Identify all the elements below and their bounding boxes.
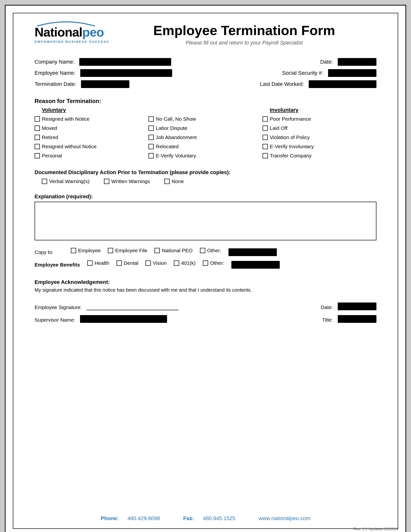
date-value[interactable] bbox=[338, 58, 376, 66]
cb-moved-label: Moved bbox=[42, 125, 57, 131]
last-date-worked-value[interactable] bbox=[309, 80, 376, 88]
checkbox-no-call-icon[interactable] bbox=[149, 116, 154, 122]
sig-date-label: Date: bbox=[321, 304, 333, 310]
form-subtitle: Please fill out and return to your Payro… bbox=[112, 40, 376, 46]
cb-resigned-notice[interactable]: Resigned with Notice bbox=[35, 116, 149, 122]
checkbox-personal-icon[interactable] bbox=[35, 153, 40, 158]
checkbox-poor-performance-icon[interactable] bbox=[262, 116, 268, 122]
checkbox-job-abandonment-icon[interactable] bbox=[149, 135, 154, 140]
checkbox-employee-icon[interactable] bbox=[71, 248, 76, 253]
checkbox-resigned-notice-icon[interactable] bbox=[35, 116, 40, 122]
checkbox-national-peo-icon[interactable] bbox=[154, 248, 160, 253]
explanation-section: Explanation (required): bbox=[35, 193, 376, 240]
cb-poor-performance-label: Poor Performance bbox=[270, 116, 311, 122]
cb-benefits-other[interactable]: Other: bbox=[203, 260, 224, 266]
supervisor-value[interactable] bbox=[80, 315, 167, 323]
cb-relocated[interactable]: Relocated bbox=[149, 144, 262, 150]
title-value[interactable] bbox=[338, 315, 376, 323]
cb-health[interactable]: Health bbox=[87, 260, 109, 266]
cb-transfer-label: Transfer Company bbox=[270, 153, 312, 159]
cb-retired[interactable]: Retired bbox=[35, 134, 149, 140]
cb-401k-label: 401(k) bbox=[181, 260, 196, 266]
benefits-other-value[interactable] bbox=[231, 261, 280, 269]
checkbox-dental-icon[interactable] bbox=[117, 260, 122, 266]
cb-verbal-warning[interactable]: Verbal Warning(s) bbox=[42, 179, 89, 184]
checkbox-retired-icon[interactable] bbox=[35, 135, 40, 140]
cb-personal[interactable]: Personal bbox=[35, 153, 149, 159]
cb-job-abandonment[interactable]: Job Abandonment bbox=[149, 134, 262, 140]
checkbox-labor-dispute-icon[interactable] bbox=[149, 125, 154, 131]
checkbox-employee-file-icon[interactable] bbox=[108, 248, 113, 253]
cb-copy-other-label: Other: bbox=[207, 248, 221, 253]
checkbox-moved-icon[interactable] bbox=[35, 125, 40, 131]
cb-no-call[interactable]: No Call, No Show bbox=[149, 116, 262, 122]
checkbox-health-icon[interactable] bbox=[87, 260, 93, 266]
cb-labor-dispute[interactable]: Labor Dispute bbox=[149, 125, 262, 131]
cb-vision[interactable]: Vision bbox=[146, 260, 167, 266]
cb-everify-inv[interactable]: E-Verify Involuntary bbox=[262, 144, 376, 150]
checkbox-verbal-icon[interactable] bbox=[42, 179, 47, 184]
checkbox-benefits-other-icon[interactable] bbox=[203, 260, 208, 266]
explanation-label: Explanation (required): bbox=[35, 193, 376, 200]
ack-text: My signature indicated that this notice … bbox=[35, 287, 376, 293]
cb-health-label: Health bbox=[94, 260, 109, 266]
employee-sig-line[interactable] bbox=[86, 304, 178, 310]
employee-sig-row: Employee Signature: Date: bbox=[35, 303, 376, 310]
fax-label: Fax: bbox=[183, 515, 194, 521]
checkbox-401k-icon[interactable] bbox=[174, 260, 179, 266]
cb-everify-voluntary[interactable]: E-Verify Voluntary bbox=[149, 153, 262, 159]
cb-written-warnings[interactable]: Written Warnings bbox=[104, 179, 150, 184]
reason-columns: Voluntary Resigned with Notice Moved Ret… bbox=[35, 107, 376, 162]
cb-none[interactable]: None bbox=[164, 179, 184, 184]
copy-other-value[interactable] bbox=[228, 248, 277, 256]
termination-lastdate-row: Termination Date: Last Date Worked: bbox=[35, 80, 376, 88]
cb-violation-policy[interactable]: Violation of Policy bbox=[262, 134, 376, 140]
checkbox-resigned-no-notice-icon[interactable] bbox=[35, 144, 40, 149]
checkbox-transfer-icon[interactable] bbox=[262, 153, 268, 158]
cb-verbal-label: Verbal Warning(s) bbox=[49, 179, 89, 184]
cb-relocated-label: Relocated bbox=[156, 144, 179, 150]
cb-laid-off[interactable]: Laid Off bbox=[262, 125, 376, 131]
voluntary-col1: Voluntary Resigned with Notice Moved Ret… bbox=[35, 107, 149, 162]
sig-date-value[interactable] bbox=[338, 303, 376, 310]
fax-number: 480.945.1525 bbox=[203, 515, 235, 521]
form-title: Employee Termination Form bbox=[112, 22, 376, 38]
last-date-worked-label: Last Date Worked: bbox=[260, 81, 304, 87]
checkbox-laid-off-icon[interactable] bbox=[262, 125, 268, 131]
checkbox-none-icon[interactable] bbox=[164, 179, 170, 184]
cb-violation-label: Violation of Policy bbox=[270, 134, 310, 140]
checkbox-everify-vol-icon[interactable] bbox=[149, 153, 154, 158]
cb-everify-vol-label: E-Verify Voluntary bbox=[156, 153, 196, 159]
cb-401k[interactable]: 401(k) bbox=[174, 260, 196, 266]
checkbox-copy-other-icon[interactable] bbox=[200, 248, 205, 253]
footer-contact: Phone: 480.429.8098 Fax: 480.945.1525 ww… bbox=[6, 515, 405, 522]
checkbox-everify-inv-icon[interactable] bbox=[262, 144, 268, 149]
phone-label: Phone: bbox=[101, 515, 119, 521]
termination-date-value[interactable] bbox=[81, 80, 129, 88]
cb-moved[interactable]: Moved bbox=[35, 125, 149, 131]
logo-area: National peo Empowering Business Success bbox=[35, 20, 112, 44]
cb-dental[interactable]: Dental bbox=[117, 260, 139, 266]
explanation-box[interactable] bbox=[35, 202, 376, 240]
revision-text: Rev. 1.1 Updated 05/2014 bbox=[353, 527, 398, 531]
checkbox-vision-icon[interactable] bbox=[146, 260, 151, 266]
cb-transfer-company[interactable]: Transfer Company bbox=[262, 153, 376, 159]
cb-national-peo[interactable]: National PEO bbox=[154, 248, 192, 253]
cb-everify-inv-label: E-Verify Involuntary bbox=[270, 144, 314, 150]
cb-employee[interactable]: Employee bbox=[71, 248, 101, 253]
cb-poor-performance[interactable]: Poor Performance bbox=[262, 116, 376, 122]
cb-employee-file[interactable]: Employee File bbox=[108, 248, 147, 253]
logo-national: National bbox=[35, 25, 82, 39]
checkbox-written-icon[interactable] bbox=[104, 179, 109, 184]
date-label: Date: bbox=[320, 59, 333, 65]
cb-copy-other[interactable]: Other: bbox=[200, 248, 221, 253]
cb-resigned-no-notice[interactable]: Resigned without Notice bbox=[35, 144, 149, 150]
cb-benefits-other-label: Other: bbox=[210, 260, 224, 266]
employee-name-value[interactable] bbox=[80, 69, 172, 77]
company-name-value[interactable] bbox=[79, 58, 171, 66]
ssn-value[interactable] bbox=[328, 69, 376, 77]
supervisor-row: Supervisor Name: Title: bbox=[35, 315, 376, 323]
checkbox-relocated-icon[interactable] bbox=[149, 144, 154, 149]
cb-vision-label: Vision bbox=[153, 260, 167, 266]
checkbox-violation-icon[interactable] bbox=[262, 135, 268, 140]
